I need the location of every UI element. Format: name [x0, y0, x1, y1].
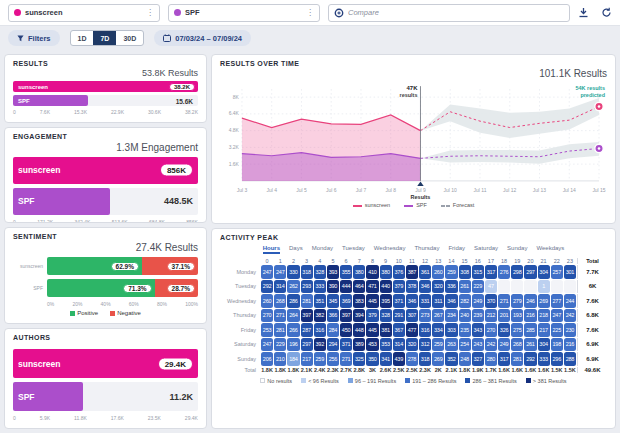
- heatmap-cell: 371: [340, 338, 352, 352]
- heatmap-cell: 281: [274, 323, 286, 337]
- heatmap-cell: 389: [353, 338, 365, 352]
- range-1d[interactable]: 1D: [71, 31, 94, 45]
- tab-wednesday[interactable]: Wednesday: [374, 245, 406, 254]
- row-total: 6K: [577, 280, 607, 294]
- now-marker: [417, 181, 423, 185]
- sentiment-x-axis: 0%20%40%60%80%100%: [47, 301, 198, 307]
- range-7d[interactable]: 7D: [93, 31, 116, 45]
- heatmap-cell: 286: [287, 294, 299, 308]
- tab-hours[interactable]: Hours: [263, 245, 280, 254]
- tab-thursday[interactable]: Thursday: [414, 245, 439, 254]
- results-bar-spf: SPF: [13, 95, 88, 106]
- heatmap-cell: [551, 280, 563, 294]
- tab-saturday[interactable]: Saturday: [474, 245, 498, 254]
- engagement-title: ENGAGEMENT: [13, 133, 198, 140]
- heatmap-cell: 471: [366, 280, 378, 294]
- heatmap-cell: 355: [340, 265, 352, 279]
- hour-header: 13: [432, 258, 444, 264]
- tab-friday[interactable]: Friday: [448, 245, 465, 254]
- heatmap-cell: 271: [498, 294, 510, 308]
- tab-days[interactable]: Days: [289, 245, 303, 254]
- column-total: 2.3K: [327, 367, 339, 373]
- tab-weekdays[interactable]: Weekdays: [536, 245, 564, 254]
- axis-tick: 60%: [129, 301, 139, 307]
- axis-tick: 15.3K: [74, 109, 87, 115]
- heatmap-cell: 293: [301, 280, 313, 294]
- compare-input[interactable]: [348, 8, 564, 17]
- heatmap-cell: 247: [261, 338, 273, 352]
- heatmap-cell: 343: [472, 323, 484, 337]
- results-bar-sunscreen: sunscreen 38.2K: [13, 81, 198, 92]
- row-total: 6.9K: [577, 352, 607, 366]
- heatmap-cell: 239: [472, 309, 484, 323]
- compare-box[interactable]: [328, 4, 570, 22]
- heatmap-cell: 336: [445, 280, 457, 294]
- download-icon[interactable]: [578, 7, 589, 18]
- tab-tuesday[interactable]: Tuesday: [342, 245, 365, 254]
- heatmap-cell: 206: [261, 352, 273, 366]
- bar-label: sunscreen: [13, 84, 48, 90]
- query2-label: SPF: [185, 8, 200, 17]
- query2-kebab-menu-icon[interactable]: ⋮: [306, 9, 314, 17]
- hour-header: 17: [485, 258, 497, 264]
- query-pill-sunscreen[interactable]: sunscreen ⋮: [8, 4, 160, 22]
- heatmap-cell: 288: [564, 352, 576, 366]
- heatmap-cell: 328: [380, 309, 392, 323]
- heatmap-cell: 333: [314, 280, 326, 294]
- hour-header: 5: [327, 258, 339, 264]
- heatmap-cell: 330: [287, 265, 299, 279]
- activity-legend: No results< 96 Results96 – 191 Results19…: [220, 378, 607, 384]
- filters-button[interactable]: Filters: [8, 30, 60, 46]
- rot-total: 101.1K Results: [220, 68, 607, 79]
- legend-swatch: [526, 378, 531, 383]
- authors-title: AUTHORS: [13, 334, 198, 341]
- svg-text:Jul 9: Jul 9: [415, 187, 426, 193]
- hour-header: 19: [511, 258, 523, 264]
- heatmap-cell: 253: [261, 323, 273, 337]
- heatmap-cell: 247: [274, 265, 286, 279]
- results-title: RESULTS: [13, 60, 198, 67]
- svg-text:Results: Results: [411, 194, 431, 200]
- hour-header: 6: [340, 258, 352, 264]
- heatmap-cell: 304: [538, 265, 550, 279]
- total-row-label: Total: [220, 367, 260, 373]
- heatmap-cell: 217: [538, 323, 550, 337]
- sentiment-title: SENTIMENT: [13, 233, 198, 240]
- svg-text:predicted: predicted: [580, 92, 605, 98]
- authors-bar-sunscreen: sunscreen 29.4K: [13, 349, 198, 378]
- authors-bar-spf: SPF: [13, 382, 83, 411]
- column-total: 1.8K: [274, 367, 286, 373]
- query-pill-spf[interactable]: SPF ⋮: [168, 4, 320, 22]
- heatmap-cell: 261: [524, 338, 536, 352]
- query1-kebab-menu-icon[interactable]: ⋮: [146, 9, 154, 17]
- heatmap-cell: 379: [366, 309, 378, 323]
- column-total: 2.7K: [340, 367, 352, 373]
- refresh-icon[interactable]: [601, 7, 612, 18]
- spf-swatch: [404, 205, 413, 207]
- hour-header: 15: [459, 258, 471, 264]
- filters-label: Filters: [28, 34, 51, 43]
- row-total: 7.7K: [577, 265, 607, 279]
- authors-bar-track-spf: SPF 11.2K: [13, 382, 198, 411]
- range-30d[interactable]: 30D: [116, 31, 143, 45]
- positive-segment: 71.3%: [47, 279, 155, 297]
- positive-badge: 71.3%: [123, 284, 151, 293]
- hour-header: 9: [380, 258, 392, 264]
- heatmap-cell: 351: [314, 294, 326, 308]
- tab-monday[interactable]: Monday: [312, 245, 333, 254]
- heatmap-cell: 229: [472, 280, 484, 294]
- hour-header: 16: [472, 258, 484, 264]
- svg-text:Jul 4: Jul 4: [266, 187, 277, 193]
- svg-text:results: results: [400, 92, 418, 98]
- heatmap-legend-item: 191 – 286 Results: [405, 378, 456, 384]
- day-label: Sunday: [220, 356, 260, 362]
- heatmap-cell: 376: [393, 265, 405, 279]
- tab-sunday[interactable]: Sunday: [507, 245, 527, 254]
- bar-value: 11.2K: [169, 392, 193, 402]
- heatmap-cell: 271: [340, 352, 352, 366]
- authors-x-axis: 05.9K11.8K17.6K23.5K29.4K: [13, 415, 198, 421]
- legend-swatch: [405, 378, 410, 383]
- column-total: 2K: [432, 367, 444, 373]
- date-range-picker[interactable]: 07/03/24 – 07/09/24: [154, 30, 251, 46]
- heatmap-cell: 249: [472, 294, 484, 308]
